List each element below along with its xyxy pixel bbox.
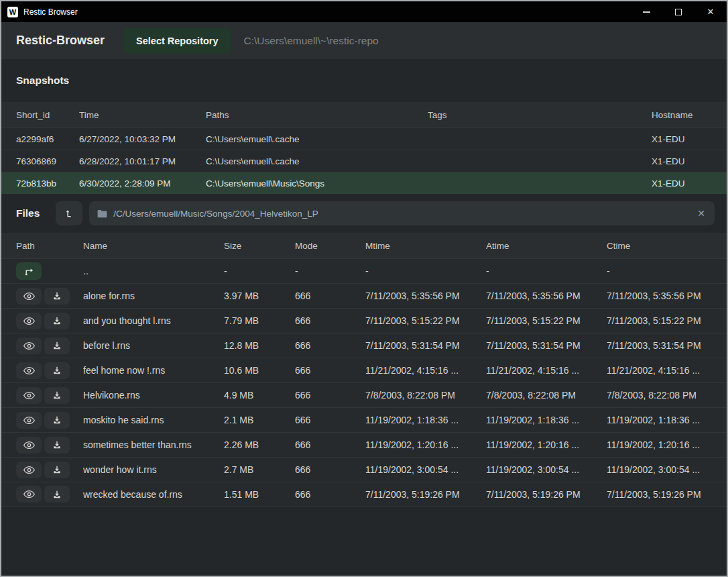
repository-path[interactable]: C:\Users\emuell\~\restic-repo bbox=[244, 35, 379, 47]
eye-icon bbox=[23, 391, 35, 400]
preview-file-button[interactable] bbox=[16, 437, 42, 454]
snapshots-col-paths: Paths bbox=[206, 110, 428, 120]
preview-file-button[interactable] bbox=[16, 362, 42, 379]
files-col-mode: Mode bbox=[295, 241, 365, 251]
file-name: before l.rns bbox=[83, 340, 224, 351]
download-file-button[interactable] bbox=[44, 412, 70, 429]
file-ctime: 7/11/2003, 5:15:22 PM bbox=[607, 315, 712, 326]
download-file-button[interactable] bbox=[44, 313, 70, 329]
file-ctime: 11/19/2002, 3:00:54 ... bbox=[607, 464, 712, 475]
snapshot-paths: C:\Users\emuell\Music\Songs bbox=[206, 178, 428, 189]
file-name: .. bbox=[83, 266, 224, 276]
file-name: wrecked because of.rns bbox=[83, 489, 224, 500]
file-mode: 666 bbox=[295, 340, 365, 351]
files-col-name: Name bbox=[83, 241, 224, 251]
file-row: and you thought l.rns 7.79 MB 666 7/11/2… bbox=[1, 308, 727, 333]
file-mode: 666 bbox=[295, 365, 365, 376]
file-atime: 11/19/2002, 1:20:16 ... bbox=[486, 439, 607, 450]
window-title: Restic Browser bbox=[23, 7, 78, 17]
snapshot-short-id: a2299af6 bbox=[16, 134, 79, 144]
go-parent-button[interactable] bbox=[16, 262, 42, 280]
file-atime: 7/11/2003, 5:15:22 PM bbox=[486, 315, 607, 326]
file-mode: 666 bbox=[295, 315, 365, 326]
snapshot-row[interactable]: a2299af6 6/27/2022, 10:03:32 PM C:\Users… bbox=[1, 127, 727, 150]
download-file-button[interactable] bbox=[44, 288, 70, 305]
file-ctime: 7/11/2003, 5:19:26 PM bbox=[607, 489, 712, 500]
snapshot-hostname: X1-EDU bbox=[652, 156, 712, 166]
preview-file-button[interactable] bbox=[16, 387, 42, 404]
preview-file-button[interactable] bbox=[16, 486, 42, 503]
file-row: wonder how it.rns 2.7 MB 666 11/19/2002,… bbox=[1, 457, 727, 482]
file-mtime: 11/19/2002, 3:00:54 ... bbox=[365, 464, 486, 475]
snapshot-row-selected[interactable]: 72b813bb 6/30/2022, 2:28:09 PM C:\Users\… bbox=[1, 172, 727, 194]
file-size: 2.1 MB bbox=[224, 415, 295, 425]
files-col-ctime: Ctime bbox=[607, 241, 712, 251]
files-col-atime: Atime bbox=[486, 241, 607, 251]
file-size: 7.79 MB bbox=[224, 315, 295, 326]
file-atime: 7/11/2003, 5:31:54 PM bbox=[486, 340, 607, 351]
app-window: W Restic Browser ✕ Restic-Browser Select… bbox=[0, 0, 728, 577]
header-bar: Restic-Browser Select Repository C:\User… bbox=[1, 22, 727, 59]
close-button[interactable]: ✕ bbox=[694, 1, 727, 22]
download-icon bbox=[52, 415, 62, 425]
preview-file-button[interactable] bbox=[16, 462, 42, 478]
file-mode: 666 bbox=[295, 489, 365, 500]
snapshot-time: 6/27/2022, 10:03:32 PM bbox=[79, 134, 206, 144]
snapshots-title: Snapshots bbox=[16, 74, 69, 87]
file-size: 2.7 MB bbox=[224, 464, 295, 475]
preview-file-button[interactable] bbox=[16, 288, 42, 305]
download-file-button[interactable] bbox=[44, 486, 70, 503]
file-size: 1.51 MB bbox=[224, 489, 295, 500]
files-col-path: Path bbox=[16, 241, 83, 251]
files-section-header: Files ✕ bbox=[1, 194, 727, 233]
file-row: Helvikone.rns 4.9 MB 666 7/8/2003, 8:22:… bbox=[1, 382, 727, 407]
snapshot-paths: C:\Users\emuell\.cache bbox=[206, 156, 428, 166]
eye-icon bbox=[23, 441, 35, 450]
select-repository-button[interactable]: Select Repository bbox=[123, 28, 231, 54]
snapshot-hostname: X1-EDU bbox=[652, 178, 712, 189]
eye-icon bbox=[23, 490, 35, 499]
file-size: 12.8 MB bbox=[224, 340, 295, 351]
snapshot-row[interactable]: 76306869 6/28/2022, 10:01:17 PM C:\Users… bbox=[1, 150, 727, 172]
file-mode: - bbox=[295, 266, 365, 276]
download-file-button[interactable] bbox=[44, 387, 70, 404]
file-mode: 666 bbox=[295, 439, 365, 450]
download-icon bbox=[52, 341, 62, 350]
download-file-button[interactable] bbox=[44, 437, 70, 454]
download-icon bbox=[52, 490, 62, 499]
files-table-header: Path Name Size Mode Mtime Atime Ctime bbox=[1, 233, 727, 258]
file-row: sometimes better than.rns 2.26 MB 666 11… bbox=[1, 432, 727, 457]
maximize-icon bbox=[675, 9, 682, 15]
snapshot-short-id: 72b813bb bbox=[16, 178, 79, 189]
file-mode: 666 bbox=[295, 464, 365, 475]
download-file-button[interactable] bbox=[44, 337, 70, 354]
file-mtime: 7/11/2003, 5:19:26 PM bbox=[365, 489, 486, 500]
titlebar[interactable]: W Restic Browser ✕ bbox=[1, 1, 727, 22]
maximize-button[interactable] bbox=[662, 1, 694, 22]
path-bar: ✕ bbox=[89, 201, 715, 225]
download-icon bbox=[52, 316, 62, 325]
download-file-button[interactable] bbox=[44, 362, 70, 379]
clear-path-button[interactable]: ✕ bbox=[696, 208, 707, 219]
minimize-button[interactable] bbox=[630, 1, 662, 22]
file-row: alone for.rns 3.97 MB 666 7/11/2003, 5:3… bbox=[1, 283, 727, 308]
eye-icon bbox=[23, 292, 35, 301]
file-atime: 7/8/2003, 8:22:08 PM bbox=[486, 390, 607, 401]
up-level-button[interactable] bbox=[56, 201, 82, 225]
snapshots-col-hostname: Hostname bbox=[652, 110, 712, 120]
preview-file-button[interactable] bbox=[16, 337, 42, 354]
file-name: alone for.rns bbox=[83, 291, 224, 301]
file-name: moskito he said.rns bbox=[83, 415, 224, 425]
snapshot-time: 6/28/2022, 10:01:17 PM bbox=[79, 156, 206, 166]
preview-file-button[interactable] bbox=[16, 412, 42, 429]
file-row: before l.rns 12.8 MB 666 7/11/2003, 5:31… bbox=[1, 333, 727, 358]
path-input[interactable] bbox=[113, 209, 696, 219]
file-name: wonder how it.rns bbox=[83, 464, 224, 475]
preview-file-button[interactable] bbox=[16, 313, 42, 329]
download-icon bbox=[52, 291, 62, 301]
file-atime: 11/21/2002, 4:15:16 ... bbox=[486, 365, 607, 376]
download-file-button[interactable] bbox=[44, 462, 70, 478]
file-name: Helvikone.rns bbox=[83, 390, 224, 401]
snapshots-col-tags: Tags bbox=[428, 110, 652, 120]
file-size: 2.26 MB bbox=[224, 439, 295, 450]
